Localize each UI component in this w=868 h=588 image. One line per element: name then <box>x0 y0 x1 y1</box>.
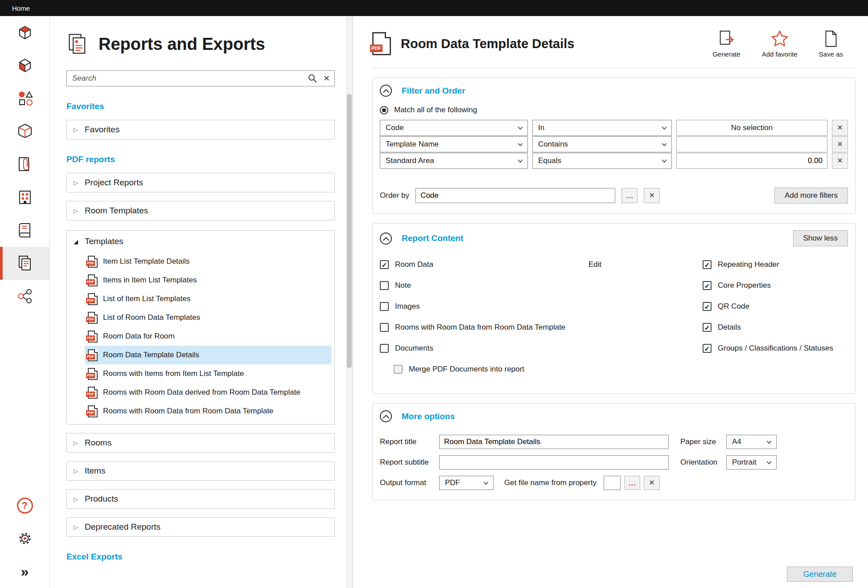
report-item-label: Items in Item List Templates <box>103 276 197 285</box>
group-rooms[interactable]: ▷ Rooms <box>66 433 335 453</box>
output-format-select[interactable]: PDF <box>439 476 494 490</box>
order-by-input[interactable] <box>415 188 615 203</box>
group-project-reports[interactable]: ▷ Project Reports <box>66 173 335 192</box>
report-item-label: List of Room Data Templates <box>103 313 200 322</box>
groups-classifications-checkbox[interactable]: ✓ <box>703 344 712 353</box>
chevron-down-icon <box>662 125 666 130</box>
add-favorite-action[interactable]: Add favorite <box>762 29 798 58</box>
double-chevron-icon: » <box>21 564 29 579</box>
report-item[interactable]: PDF List of Room Data Templates <box>85 308 331 327</box>
collapse-section-icon[interactable] <box>380 410 392 422</box>
rail-item-products[interactable] <box>0 115 49 148</box>
share-network-icon <box>16 287 34 305</box>
filter-value-input[interactable] <box>681 156 823 165</box>
room-data-checkbox[interactable]: ✓ <box>380 260 389 269</box>
group-label: Room Templates <box>85 206 148 216</box>
edit-link[interactable]: Edit <box>588 260 601 269</box>
orientation-select[interactable]: Portrait <box>726 455 777 470</box>
main-layout: ? » Reports and Exports ✕ Favorites ▷ Fa… <box>0 16 868 588</box>
qr-code-checkbox[interactable]: ✓ <box>703 302 712 311</box>
paper-size-select[interactable]: A4 <box>726 435 777 449</box>
group-favorites[interactable]: ▷ Favorites <box>66 120 335 139</box>
report-item[interactable]: PDF Room Data for Room <box>85 327 331 346</box>
search-input[interactable] <box>72 74 302 83</box>
rooms-with-room-data-checkbox[interactable] <box>380 323 389 332</box>
pdf-file-icon: PDF <box>88 274 98 286</box>
documents-checkbox[interactable] <box>380 344 389 353</box>
group-items[interactable]: ▷ Items <box>66 461 335 481</box>
scrollbar-thumb[interactable] <box>347 94 352 368</box>
note-checkbox[interactable] <box>380 281 389 290</box>
clear-search-icon[interactable]: ✕ <box>323 74 330 82</box>
merge-pdf-checkbox[interactable] <box>394 365 403 374</box>
search-icon[interactable] <box>307 73 318 84</box>
paper-size-label: Paper size <box>680 437 726 446</box>
generate-action[interactable]: Generate <box>712 29 740 58</box>
filter-operator-select[interactable]: In <box>532 120 672 136</box>
select-value: Code <box>386 123 404 132</box>
checkbox-label: Repeating Header <box>718 260 779 269</box>
filter-operator-select[interactable]: Contains <box>532 136 672 152</box>
select-value: Standard Area <box>386 156 434 165</box>
filter-field-select[interactable]: Template Name <box>380 136 528 152</box>
order-by-clear-button[interactable]: ✕ <box>644 188 660 203</box>
remove-filter-button[interactable]: ✕ <box>832 120 848 136</box>
report-item[interactable]: PDF Item List Template Details <box>85 252 331 271</box>
file-name-browse-button[interactable]: … <box>624 476 640 490</box>
rail-item-plans[interactable] <box>0 49 49 82</box>
filter-value-input[interactable] <box>681 140 823 149</box>
rail-item-network[interactable] <box>0 280 49 313</box>
home-tab[interactable]: Home <box>0 0 42 16</box>
pdf-file-icon: PDF <box>88 387 98 399</box>
rail-item-reports[interactable] <box>0 247 49 280</box>
group-products[interactable]: ▷ Products <box>66 489 335 509</box>
remove-filter-button[interactable]: ✕ <box>832 153 848 169</box>
group-templates-header[interactable]: ◢ Templates <box>67 231 334 252</box>
rail-item-buildings[interactable] <box>0 181 49 214</box>
scrollbar-track[interactable] <box>346 16 353 588</box>
repeating-header-checkbox[interactable]: ✓ <box>703 260 712 269</box>
details-checkbox[interactable]: ✓ <box>703 323 712 332</box>
report-subtitle-input[interactable] <box>439 455 669 470</box>
generate-button[interactable]: Generate <box>787 567 853 582</box>
filter-operator-select[interactable]: Equals <box>532 153 672 169</box>
collapse-section-icon[interactable] <box>380 233 392 245</box>
filter-field-select[interactable]: Code <box>380 120 528 136</box>
collapse-section-icon[interactable] <box>380 85 392 97</box>
order-by-browse-button[interactable]: … <box>621 188 638 203</box>
add-more-filters-button[interactable]: Add more filters <box>774 188 848 204</box>
save-as-action[interactable]: Save as <box>819 29 843 58</box>
filter-value: No selection <box>731 123 773 132</box>
images-checkbox[interactable] <box>380 302 389 311</box>
file-name-clear-button[interactable]: ✕ <box>644 476 660 490</box>
collapsed-triangle-icon: ▷ <box>74 127 78 133</box>
group-deprecated-reports[interactable]: ▷ Deprecated Reports <box>66 517 335 537</box>
reports-icon <box>16 254 34 272</box>
rail-item-attachments[interactable] <box>0 148 49 181</box>
report-item[interactable]: PDF Rooms with Items from Item List Temp… <box>85 364 331 383</box>
show-less-button[interactable]: Show less <box>793 230 848 246</box>
rail-item-expand[interactable]: » <box>0 555 49 588</box>
match-all-radio[interactable] <box>380 106 388 114</box>
report-item[interactable]: PDF Items in Item List Templates <box>85 271 331 290</box>
pdf-file-icon-large: PDF <box>372 32 391 55</box>
group-room-templates[interactable]: ▷ Room Templates <box>66 201 335 220</box>
report-item[interactable]: PDF Rooms with Room Data derived from Ro… <box>85 383 331 402</box>
rail-item-rooms[interactable] <box>0 16 49 49</box>
filter-value-field[interactable]: No selection <box>676 120 827 136</box>
report-subtitle-label: Report subtitle <box>380 458 439 467</box>
report-title-input[interactable] <box>439 435 669 449</box>
report-item[interactable]: PDF List of Item List Templates <box>85 290 331 308</box>
collapsed-triangle-icon: ▷ <box>74 468 78 474</box>
report-item-selected[interactable]: PDF Room Data Template Details <box>85 346 331 364</box>
core-properties-checkbox[interactable]: ✓ <box>703 281 712 290</box>
rail-item-classifications[interactable] <box>0 82 49 115</box>
rail-item-help[interactable]: ? <box>0 489 49 522</box>
section-header-favorites: Favorites <box>66 102 335 111</box>
report-item[interactable]: PDF Rooms with Room Data from Room Data … <box>85 402 331 421</box>
rail-item-catalog[interactable] <box>0 214 49 247</box>
file-name-property-input[interactable] <box>604 476 621 490</box>
filter-field-select[interactable]: Standard Area <box>380 153 528 169</box>
remove-filter-button[interactable]: ✕ <box>832 136 848 152</box>
rail-item-settings[interactable] <box>0 522 49 555</box>
